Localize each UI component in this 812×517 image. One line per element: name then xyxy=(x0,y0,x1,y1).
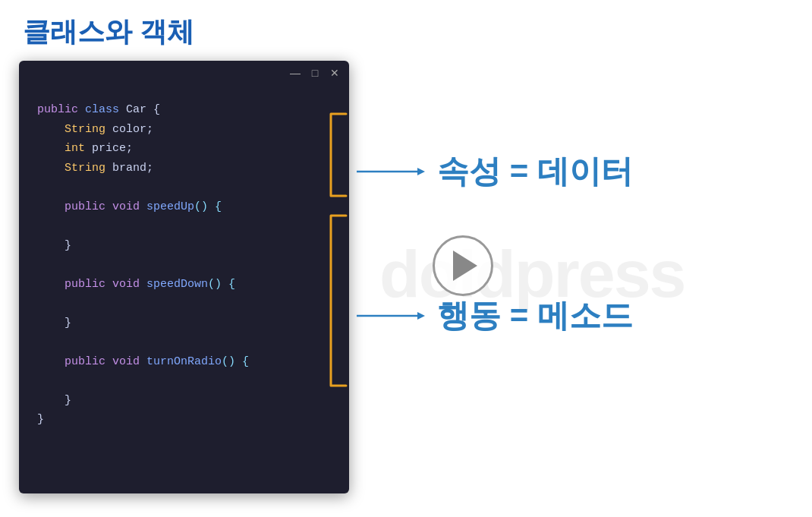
code-line: int price; xyxy=(37,139,331,159)
method-bracket xyxy=(325,214,349,390)
attribute-label: 속성 = 데이터 xyxy=(437,150,633,193)
code-line: } xyxy=(37,410,331,430)
code-window: — □ ✕ public class Car { String color; i… xyxy=(19,61,349,493)
code-line: public void speedDown() { xyxy=(37,275,331,295)
code-line: String color; xyxy=(37,120,331,140)
code-line xyxy=(37,216,331,236)
code-line: } xyxy=(37,314,331,333)
minimize-button[interactable]: — xyxy=(288,66,302,80)
code-line: public void speedUp() { xyxy=(37,197,331,217)
code-line: String brand; xyxy=(37,159,331,178)
window-titlebar: — □ ✕ xyxy=(19,61,349,85)
attribute-annotation: 속성 = 데이터 xyxy=(357,150,633,193)
code-line: public void turnOnRadio() { xyxy=(37,352,331,372)
code-line: public class Car { xyxy=(37,100,331,120)
code-line xyxy=(37,371,331,391)
code-line xyxy=(37,294,331,314)
code-line xyxy=(37,255,331,275)
play-button[interactable] xyxy=(433,235,493,296)
code-line: } xyxy=(37,236,331,256)
method-label: 행동 = 메소드 xyxy=(437,295,633,337)
svg-marker-3 xyxy=(417,312,425,320)
page-title: 클래스와 객체 xyxy=(23,14,194,51)
attribute-line: 속성 = 데이터 xyxy=(357,150,633,193)
play-icon xyxy=(453,251,477,281)
method-annotation: 행동 = 메소드 xyxy=(357,295,633,337)
code-content: public class Car { String color; int pri… xyxy=(19,85,349,493)
svg-marker-1 xyxy=(417,168,425,175)
close-button[interactable]: ✕ xyxy=(328,66,341,80)
code-line xyxy=(37,178,331,197)
attribute-bracket xyxy=(325,112,349,200)
code-line xyxy=(37,333,331,352)
maximize-button[interactable]: □ xyxy=(308,66,322,80)
method-line: 행동 = 메소드 xyxy=(357,295,633,337)
code-line: } xyxy=(37,391,331,411)
